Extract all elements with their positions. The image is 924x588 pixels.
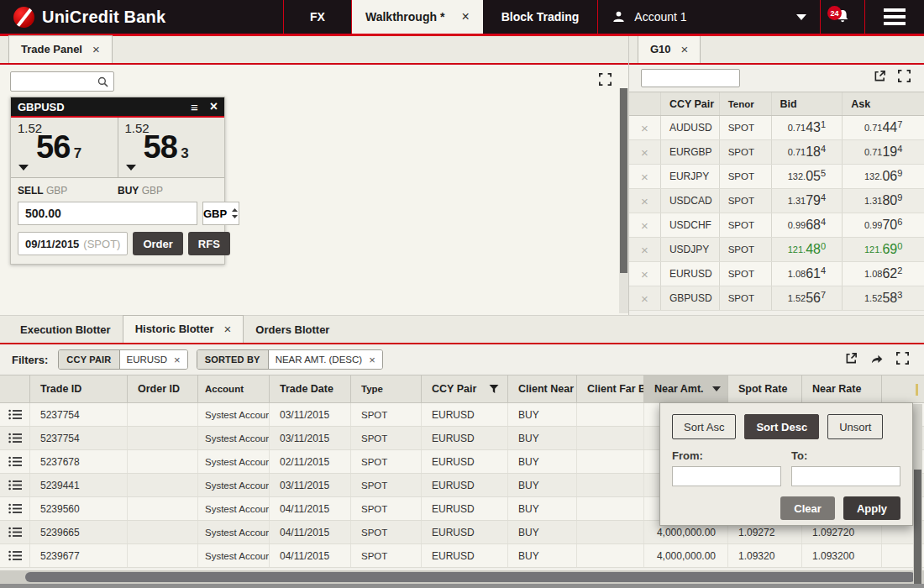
ask-cell[interactable]: 121.690 xyxy=(843,238,924,261)
remove-row-icon[interactable]: × xyxy=(629,116,661,139)
tab-g10[interactable]: G10 × xyxy=(638,36,701,63)
row-menu-icon[interactable] xyxy=(0,450,30,473)
filter-chip-ccy-pair[interactable]: CCY PAIR EURUSD × xyxy=(58,349,187,370)
apply-button[interactable]: Apply xyxy=(843,496,900,520)
ask-cell[interactable]: 132.069 xyxy=(843,165,924,188)
col-account[interactable]: Account xyxy=(198,375,270,402)
bid-cell[interactable]: 1.08614 xyxy=(772,262,843,286)
g10-row[interactable]: × USDCAD SPOT 1.31794 1.31809 xyxy=(629,189,924,213)
col-spot-rate[interactable]: Spot Rate xyxy=(728,375,802,402)
col-ccy-pair[interactable]: CCY Pair xyxy=(422,375,508,402)
tab-block-trading[interactable]: Block Trading xyxy=(483,0,598,34)
tab-trade-panel[interactable]: Trade Panel × xyxy=(8,35,113,63)
row-menu-icon[interactable] xyxy=(0,544,30,567)
remove-row-icon[interactable]: × xyxy=(629,286,661,310)
row-menu-icon[interactable] xyxy=(0,427,30,449)
blotter-horizontal-scrollbar[interactable] xyxy=(0,570,924,584)
remove-row-icon[interactable]: × xyxy=(629,140,661,164)
ask-cell[interactable]: 0.71447 xyxy=(843,116,924,139)
fullscreen-icon[interactable] xyxy=(898,70,911,82)
remove-row-icon[interactable]: × xyxy=(629,262,661,286)
bid-cell[interactable]: 0.71431 xyxy=(772,116,843,139)
amount-input[interactable] xyxy=(18,202,197,225)
tab-execution-blotter[interactable]: Execution Blotter xyxy=(8,318,123,343)
menu-button[interactable] xyxy=(865,0,924,34)
ask-cell[interactable]: 1.31809 xyxy=(843,189,924,213)
tab-walkthrough[interactable]: Walkthrough * × xyxy=(352,0,483,34)
notifications-button[interactable]: 24 xyxy=(821,0,864,34)
remove-row-icon[interactable]: × xyxy=(629,189,661,213)
search-input[interactable] xyxy=(11,72,97,91)
row-menu-icon[interactable] xyxy=(0,474,30,496)
from-input[interactable] xyxy=(672,466,781,486)
col-ask[interactable]: Ask xyxy=(843,92,924,115)
col-trade-date[interactable]: Trade Date xyxy=(270,375,351,402)
g10-search-input[interactable] xyxy=(641,69,740,87)
col-bid[interactable]: Bid xyxy=(772,92,843,115)
close-icon[interactable]: × xyxy=(681,42,689,56)
g10-row[interactable]: × USDJPY SPOT 121.480 121.690 xyxy=(629,238,924,262)
tile-menu-icon[interactable]: ≡ xyxy=(191,101,198,113)
rfs-button[interactable]: RFS xyxy=(188,232,230,255)
g10-row[interactable]: × EURJPY SPOT 132.055 132.069 xyxy=(629,165,924,189)
row-menu-icon[interactable] xyxy=(0,521,30,543)
col-client-near-base[interactable]: Client Near Bas xyxy=(508,375,577,402)
close-icon[interactable]: × xyxy=(92,42,100,56)
remove-row-icon[interactable]: × xyxy=(629,213,661,237)
account-selector[interactable]: Account 1 xyxy=(598,0,820,34)
value-date-field[interactable]: 09/11/2015 (SPOT) xyxy=(18,232,128,255)
fullscreen-icon[interactable] xyxy=(599,73,612,86)
popout-icon[interactable] xyxy=(874,70,886,82)
sort-asc-button[interactable]: Sort Asc xyxy=(672,414,736,439)
col-client-far-base[interactable]: Client Far Base xyxy=(577,375,644,402)
fullscreen-icon[interactable] xyxy=(896,352,909,365)
to-input[interactable] xyxy=(791,466,900,486)
sort-desc-button[interactable]: Sort Desc xyxy=(744,414,819,439)
remove-row-icon[interactable]: × xyxy=(629,238,661,261)
col-ccy-pair[interactable]: CCY Pair xyxy=(661,92,720,115)
share-icon[interactable] xyxy=(870,352,884,365)
ask-cell[interactable]: 0.99706 xyxy=(843,213,924,237)
buy-price-button[interactable]: 1.52 58 3 xyxy=(118,118,225,177)
close-icon[interactable]: × xyxy=(174,354,181,366)
clear-button[interactable]: Clear xyxy=(780,496,835,520)
tab-historic-blotter[interactable]: Historic Blotter × xyxy=(123,315,244,343)
unsort-button[interactable]: Unsort xyxy=(827,414,883,439)
col-tenor[interactable]: Tenor xyxy=(720,92,772,115)
col-order-id[interactable]: Order ID xyxy=(128,375,198,402)
popout-icon[interactable] xyxy=(845,352,858,365)
bid-cell[interactable]: 0.99684 xyxy=(772,213,843,237)
bid-cell[interactable]: 121.480 xyxy=(772,238,843,261)
g10-row[interactable]: × GBPUSD SPOT 1.52567 1.52583 xyxy=(629,286,924,311)
remove-row-icon[interactable]: × xyxy=(629,165,661,188)
close-icon[interactable]: × xyxy=(224,322,232,336)
bid-cell[interactable]: 132.055 xyxy=(772,165,843,188)
tile-close-icon[interactable]: × xyxy=(210,100,218,113)
ask-cell[interactable]: 0.71194 xyxy=(843,140,924,164)
blotter-vertical-scrollbar[interactable] xyxy=(913,404,922,584)
blotter-row[interactable]: 5239677 Systest Account 04/11/2015 SPOT … xyxy=(0,544,924,568)
filter-icon[interactable] xyxy=(489,384,499,394)
col-near-rate[interactable]: Near Rate xyxy=(802,375,882,402)
ask-cell[interactable]: 1.52583 xyxy=(843,286,924,310)
ask-cell[interactable]: 1.08622 xyxy=(843,262,924,286)
tab-fx[interactable]: FX xyxy=(284,0,351,34)
g10-row[interactable]: × AUDUSD SPOT 0.71431 0.71447 xyxy=(629,116,924,140)
bid-cell[interactable]: 0.71184 xyxy=(772,140,843,164)
col-near-amt[interactable]: Near Amt. xyxy=(644,375,728,402)
row-menu-icon[interactable] xyxy=(0,497,30,520)
sell-price-button[interactable]: 1.52 56 7 xyxy=(11,118,118,177)
currency-select[interactable]: GBP xyxy=(202,202,239,225)
bid-cell[interactable]: 1.52567 xyxy=(772,286,843,310)
row-menu-icon[interactable] xyxy=(0,403,30,426)
filter-chip-sorted-by[interactable]: SORTED BY NEAR AMT. (DESC) × xyxy=(197,349,383,370)
g10-row[interactable]: × USDCHF SPOT 0.99684 0.99706 xyxy=(629,213,924,238)
col-type[interactable]: Type xyxy=(351,375,422,402)
col-trade-id[interactable]: Trade ID xyxy=(30,375,128,402)
order-button[interactable]: Order xyxy=(133,232,182,255)
bid-cell[interactable]: 1.31794 xyxy=(772,189,843,213)
tab-orders-blotter[interactable]: Orders Blotter xyxy=(244,318,341,343)
g10-row[interactable]: × EURUSD SPOT 1.08614 1.08622 xyxy=(629,262,924,286)
close-icon[interactable]: × xyxy=(369,354,375,366)
g10-row[interactable]: × EURGBP SPOT 0.71184 0.71194 xyxy=(629,140,924,165)
